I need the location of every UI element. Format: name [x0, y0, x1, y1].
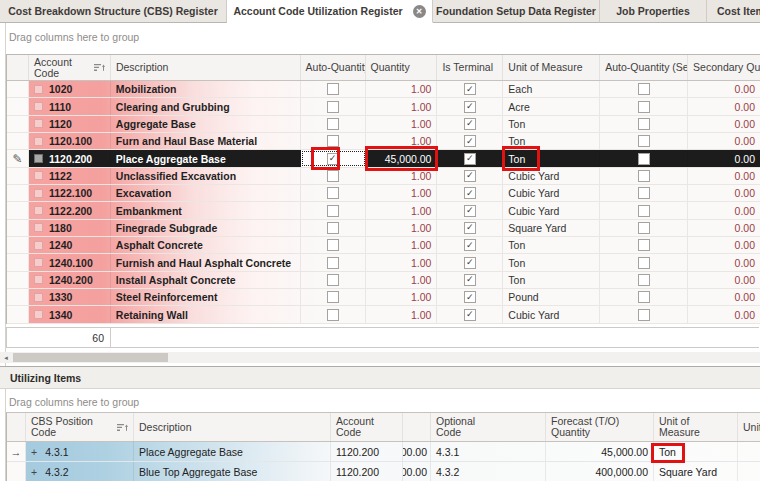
quantity-cell[interactable]: 1.00 — [366, 289, 438, 305]
description-cell[interactable]: Place Aggregate Base — [111, 150, 301, 166]
unit-of-measure-cell[interactable]: Ton — [503, 237, 600, 253]
account-code-cell[interactable]: 1240.100 — [29, 254, 111, 270]
auto-quantity-primary-cell[interactable] — [301, 202, 366, 218]
secondary-quantity-cell[interactable]: 0.00 — [688, 185, 760, 201]
is-terminal-cell[interactable] — [437, 237, 503, 253]
expand-icon[interactable] — [34, 310, 43, 319]
scroll-left-arrow-icon[interactable]: ◂ — [0, 352, 12, 363]
unit-of-measure-cell[interactable]: Ton — [503, 116, 600, 132]
header-auto-quantity-secondary[interactable]: Auto-Quantity (Secondary) — [600, 55, 688, 80]
auto-quantity-secondary-checkbox[interactable] — [638, 205, 650, 217]
forecast-quantity-cell[interactable]: 400,000.00 — [546, 462, 654, 481]
expand-icon[interactable] — [34, 206, 43, 215]
unit-of-measure-cell[interactable]: Ton — [503, 254, 600, 270]
auto-quantity-primary-checkbox[interactable] — [327, 170, 339, 182]
unit-of-measure-cell[interactable]: Ton — [503, 150, 600, 166]
quantity-cell[interactable]: 1.00 — [366, 272, 438, 288]
auto-quantity-primary-cell[interactable] — [301, 237, 366, 253]
auto-quantity-secondary-checkbox[interactable] — [638, 135, 650, 147]
unit-of-measure-cell[interactable]: Ton — [503, 272, 600, 288]
secondary-quantity-cell[interactable]: 0.00 — [688, 150, 760, 166]
quantity-cell[interactable]: 1.00 — [366, 185, 438, 201]
description-cell[interactable]: Install Asphalt Concrete — [111, 272, 301, 288]
header-cbs-position-code[interactable]: CBS Position Code — [26, 413, 134, 441]
auto-quantity-secondary-checkbox[interactable] — [638, 222, 650, 234]
description-cell[interactable]: Finegrade Subgrade — [111, 220, 301, 236]
auto-quantity-secondary-cell[interactable] — [600, 168, 688, 184]
header-quantity-truncated[interactable] — [403, 413, 431, 441]
auto-quantity-secondary-cell[interactable] — [600, 202, 688, 218]
account-code-cell[interactable]: 1120.200 — [331, 462, 403, 481]
is-terminal-cell[interactable] — [437, 133, 503, 149]
account-code-cell[interactable]: 1340 — [29, 306, 111, 322]
description-cell[interactable]: Place Aggregate Base — [134, 442, 331, 461]
auto-quantity-primary-cell[interactable] — [301, 98, 366, 114]
is-terminal-checkbox[interactable] — [464, 83, 476, 95]
is-terminal-cell[interactable] — [437, 98, 503, 114]
description-cell[interactable]: Furn and Haul Base Material — [111, 133, 301, 149]
unit-of-measure-cell[interactable]: Pound — [503, 289, 600, 305]
expand-icon[interactable] — [34, 137, 43, 146]
header-description[interactable]: Description — [111, 55, 301, 80]
header-optional-code[interactable]: Optional Code — [431, 413, 546, 441]
auto-quantity-primary-cell[interactable] — [301, 116, 366, 132]
secondary-quantity-cell[interactable]: 0.00 — [688, 237, 760, 253]
expand-icon[interactable] — [34, 85, 43, 94]
quantity-cell[interactable]: 1.00 — [366, 133, 438, 149]
unit-of-measure-cell[interactable]: Square Yard — [654, 462, 738, 481]
expand-plus-icon[interactable]: + — [31, 466, 37, 478]
is-terminal-checkbox[interactable] — [464, 170, 476, 182]
auto-quantity-secondary-cell[interactable] — [600, 289, 688, 305]
secondary-quantity-cell[interactable]: 0.00 — [688, 306, 760, 322]
tab-foundation-setup-data-register[interactable]: Foundation Setup Data Register — [433, 0, 600, 23]
auto-quantity-primary-cell[interactable] — [301, 168, 366, 184]
account-code-cell[interactable]: 1122 — [29, 168, 111, 184]
expand-icon[interactable] — [34, 223, 43, 232]
is-terminal-cell[interactable] — [437, 202, 503, 218]
description-cell[interactable]: Retaining Wall — [111, 306, 301, 322]
auto-quantity-primary-cell[interactable] — [301, 306, 366, 322]
description-cell[interactable]: Excavation — [111, 185, 301, 201]
secondary-quantity-cell[interactable]: 0.00 — [688, 220, 760, 236]
auto-quantity-primary-checkbox[interactable] — [327, 274, 339, 286]
header-description[interactable]: Description — [134, 413, 331, 441]
description-cell[interactable]: Embankment — [111, 202, 301, 218]
is-terminal-checkbox[interactable] — [464, 257, 476, 269]
secondary-quantity-cell[interactable]: 0.00 — [688, 254, 760, 270]
auto-quantity-primary-cell[interactable] — [301, 150, 366, 166]
quantity-cell[interactable]: 1.00 — [366, 202, 438, 218]
secondary-quantity-cell[interactable]: 0.00 — [688, 168, 760, 184]
is-terminal-checkbox[interactable] — [464, 101, 476, 113]
expand-icon[interactable] — [34, 241, 43, 250]
quantity-cell[interactable]: 1.00 — [366, 168, 438, 184]
account-code-cell[interactable]: 1122.200 — [29, 202, 111, 218]
unit-truncated-cell[interactable] — [738, 462, 760, 481]
auto-quantity-secondary-checkbox[interactable] — [638, 274, 650, 286]
unit-of-measure-cell[interactable]: Ton — [503, 133, 600, 149]
auto-quantity-secondary-cell[interactable] — [600, 116, 688, 132]
header-is-terminal[interactable]: Is Terminal — [437, 55, 503, 80]
auto-quantity-secondary-cell[interactable] — [600, 220, 688, 236]
quantity-cell[interactable]: 1.00 — [366, 81, 438, 97]
is-terminal-cell[interactable] — [437, 168, 503, 184]
tab-account-code-utilization-register[interactable]: Account Code Utilization Register ✕ — [227, 0, 433, 23]
account-code-cell[interactable]: 1020 — [29, 81, 111, 97]
secondary-quantity-cell[interactable]: 0.00 — [688, 289, 760, 305]
account-code-cell[interactable]: 1240.200 — [29, 272, 111, 288]
auto-quantity-primary-cell[interactable] — [301, 185, 366, 201]
scrollbar-thumb[interactable] — [13, 353, 168, 362]
expand-icon[interactable] — [34, 293, 43, 302]
auto-quantity-secondary-checkbox[interactable] — [638, 101, 650, 113]
optional-code-cell[interactable]: 4.3.1 — [431, 442, 546, 461]
auto-quantity-primary-cell[interactable] — [301, 272, 366, 288]
tab-cbs-register[interactable]: Cost Breakdown Structure (CBS) Register — [0, 0, 227, 23]
account-code-cell[interactable]: 1330 — [29, 289, 111, 305]
expand-icon[interactable] — [34, 119, 43, 128]
quantity-cell[interactable]: 1.00 — [366, 220, 438, 236]
account-code-cell[interactable]: 1120.200 — [29, 150, 111, 166]
description-cell[interactable]: Clearing and Grubbing — [111, 98, 301, 114]
auto-quantity-primary-cell[interactable] — [301, 220, 366, 236]
auto-quantity-secondary-cell[interactable] — [600, 133, 688, 149]
quantity-cell[interactable]: 1.00 — [366, 306, 438, 322]
auto-quantity-secondary-checkbox[interactable] — [638, 187, 650, 199]
